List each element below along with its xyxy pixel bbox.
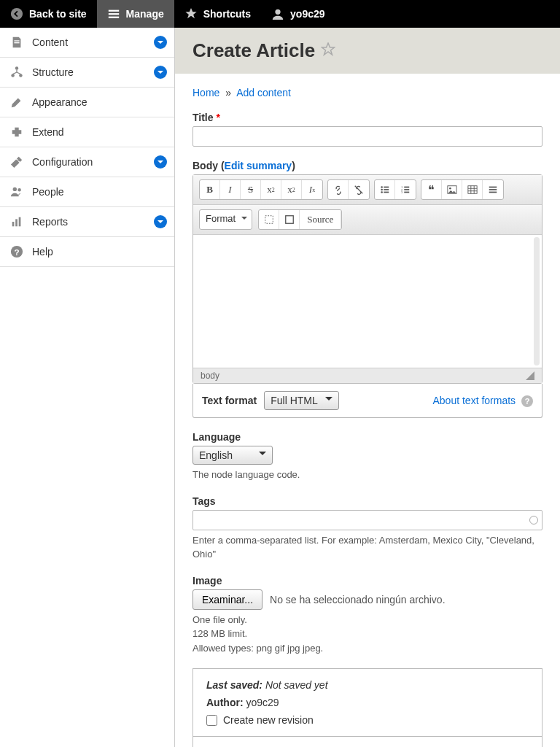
source-button[interactable]: Source [300, 210, 341, 229]
text-format-select[interactable]: Full HTML [264, 391, 339, 410]
sidebar-item-appearance[interactable]: Appearance [0, 88, 174, 117]
tags-input[interactable] [192, 510, 542, 530]
sidebar-item-label: Content [32, 36, 68, 48]
manage-label: Manage [126, 8, 164, 20]
body-label: Body (Edit summary) [192, 160, 542, 171]
about-text-formats-link[interactable]: About text formats [433, 395, 516, 406]
resize-handle-icon[interactable] [526, 371, 534, 380]
appearance-icon [10, 96, 23, 109]
revision-checkbox[interactable] [206, 715, 217, 726]
settings-box: Last saved: Not saved yet Author: yo9c29… [192, 668, 542, 747]
help-icon[interactable]: ? [521, 395, 533, 407]
editor-body[interactable] [193, 235, 542, 368]
svg-point-4 [275, 9, 280, 15]
svg-point-18 [381, 189, 383, 191]
manage-toggle[interactable]: Manage [97, 0, 174, 28]
image-label: Image [192, 575, 542, 587]
sidebar-item-content[interactable]: Content [0, 28, 174, 58]
language-select[interactable]: English [192, 446, 273, 465]
favorite-star-icon[interactable] [321, 42, 335, 59]
show-blocks-button[interactable] [259, 210, 279, 229]
user-menu[interactable]: yo9c29 [261, 0, 335, 28]
editor-toolbar-2: Format Source [193, 205, 542, 235]
help-icon: ? [10, 245, 23, 258]
link-button[interactable] [328, 180, 349, 199]
svg-point-0 [11, 8, 23, 20]
user-label: yo9c29 [290, 8, 324, 20]
chevron-down-icon[interactable] [154, 66, 167, 79]
back-label: Back to site [29, 8, 87, 20]
image-button[interactable] [442, 180, 462, 199]
title-label: Title * [192, 112, 542, 123]
back-to-site[interactable]: Back to site [0, 0, 97, 28]
subscript-button[interactable]: x2 [281, 180, 302, 199]
strike-button[interactable]: S [241, 180, 261, 199]
file-none-text: No se ha seleccionado ningún archivo. [270, 594, 446, 605]
svg-rect-28 [404, 192, 409, 193]
back-icon [10, 7, 23, 20]
svg-point-10 [13, 187, 17, 191]
format-dropdown[interactable]: Format [199, 209, 252, 230]
maximize-button[interactable] [279, 210, 300, 229]
italic-button[interactable]: I [220, 180, 241, 199]
svg-rect-26 [404, 187, 409, 188]
bullet-list-button[interactable] [375, 180, 395, 199]
sidebar-item-structure[interactable]: Structure [0, 58, 174, 88]
svg-text:?: ? [14, 247, 19, 257]
autocomplete-icon [529, 516, 538, 525]
bold-button[interactable]: B [200, 180, 220, 199]
chevron-down-icon[interactable] [154, 36, 167, 49]
svg-rect-5 [14, 40, 19, 41]
sidebar-item-label: People [32, 186, 64, 198]
user-icon [271, 7, 284, 20]
title-input[interactable] [192, 126, 542, 147]
sidebar-item-help[interactable]: ? Help [0, 237, 174, 267]
superscript-button[interactable]: x2 [261, 180, 281, 199]
revision-section: Last saved: Not saved yet Author: yo9c29… [193, 669, 542, 737]
file-browse-button[interactable]: Examinar... [192, 589, 262, 610]
chevron-down-icon[interactable] [154, 215, 167, 228]
breadcrumb-add-content[interactable]: Add content [236, 87, 291, 98]
svg-rect-21 [384, 189, 389, 190]
chevron-down-icon[interactable] [154, 155, 167, 169]
admin-sidebar: Content Structure Appearance Extend Conf… [0, 28, 175, 747]
last-saved-label: Last saved: [206, 679, 262, 691]
svg-rect-36 [489, 187, 497, 188]
text-format-label: Text format [202, 395, 257, 406]
svg-rect-2 [108, 13, 118, 15]
body-editor: B I S x2 x2 Ix 123 [192, 174, 542, 384]
svg-rect-37 [489, 189, 497, 190]
table-button[interactable] [462, 180, 483, 199]
people-icon [10, 185, 23, 198]
editor-footer: body [193, 368, 542, 383]
sidebar-item-extend[interactable]: Extend [0, 117, 174, 147]
svg-rect-39 [265, 216, 273, 224]
tags-description: Enter a comma-separated list. For exampl… [192, 533, 542, 562]
svg-rect-13 [15, 219, 18, 226]
text-format-row: Text format Full HTML About text formats… [192, 384, 542, 418]
sidebar-item-people[interactable]: People [0, 177, 174, 207]
blockquote-button[interactable]: ❝ [421, 180, 442, 199]
svg-rect-38 [489, 192, 497, 193]
edit-summary-link[interactable]: Edit summary [225, 160, 292, 171]
svg-point-19 [381, 191, 383, 193]
breadcrumb-home[interactable]: Home [192, 87, 219, 98]
number-list-button[interactable]: 123 [395, 180, 416, 199]
sidebar-item-reports[interactable]: Reports [0, 207, 174, 237]
unlink-button[interactable] [349, 180, 369, 199]
align-button[interactable] [483, 180, 503, 199]
breadcrumb-separator: » [225, 87, 231, 98]
breadcrumb: Home » Add content [192, 87, 542, 98]
last-saved-value: Not saved yet [265, 679, 328, 691]
star-icon [184, 7, 198, 20]
author-label: Author: [206, 697, 244, 708]
sidebar-item-configuration[interactable]: Configuration [0, 147, 174, 177]
shortcuts-toggle[interactable]: Shortcuts [174, 0, 261, 28]
svg-rect-14 [19, 217, 21, 227]
remove-format-button[interactable]: Ix [302, 180, 322, 199]
image-desc-2: 128 MB limit. [192, 627, 542, 641]
svg-rect-1 [108, 10, 118, 12]
sidebar-item-label: Configuration [32, 156, 93, 168]
svg-point-11 [18, 188, 21, 192]
revision-checkbox-row[interactable]: Create new revision [206, 714, 529, 726]
